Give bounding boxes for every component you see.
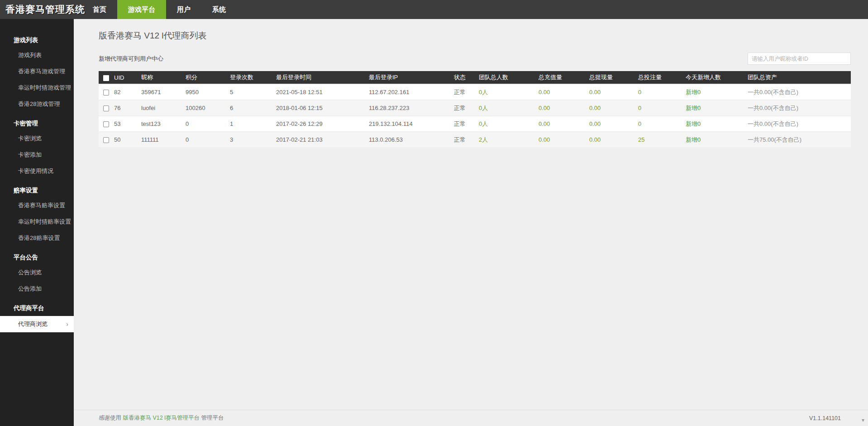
sidebar-item[interactable]: 卡密使用情况 xyxy=(0,163,74,179)
table-cell: 9950 xyxy=(186,85,230,100)
nav-item[interactable]: 用户 xyxy=(166,0,201,19)
sidebar-section: 平台公告 公告浏览公告添加 xyxy=(0,246,74,297)
select-all-checkbox[interactable] xyxy=(103,75,109,81)
table-row: 82359671995052021-05-18 12:51112.67.202.… xyxy=(99,85,851,100)
sidebar-section-title: 游戏列表 xyxy=(0,29,74,47)
table-body: 82359671995052021-05-18 12:51112.67.202.… xyxy=(99,85,851,147)
header-cell-checkbox xyxy=(99,71,114,84)
table-cell: 0.00 xyxy=(539,101,589,115)
nav-item[interactable]: 系统 xyxy=(201,0,237,19)
table-cell: 正常 xyxy=(454,132,479,147)
main-area: 版香港赛马 V12 l代理商列表 新增代理商可到用户中心 xyxy=(74,19,868,426)
sidebar-section: 代理商平台 代理商浏览› xyxy=(0,297,74,332)
table-cell: 0 xyxy=(638,101,686,115)
table-cell: 219.132.104.114 xyxy=(369,116,454,131)
table-cell: 0.00 xyxy=(589,101,638,115)
page-title: 版香港赛马 V12 l代理商列表 xyxy=(99,30,851,42)
sidebar-item[interactable]: 代理商浏览› xyxy=(0,316,74,332)
table-cell: 新增0 xyxy=(686,116,748,131)
row-checkbox[interactable] xyxy=(103,105,109,111)
row-checkbox-cell xyxy=(99,116,114,131)
row-checkbox[interactable] xyxy=(103,121,109,127)
table-cell: 113.0.206.53 xyxy=(369,132,454,147)
table-cell: 3 xyxy=(230,132,276,147)
sidebar-item[interactable]: 香港赛马赔率设置 xyxy=(0,197,74,214)
header-cell: 今天新增人数 xyxy=(686,71,748,84)
header-cell: 最后登录时间 xyxy=(276,71,369,84)
header-cell: 总投注量 xyxy=(638,71,686,84)
search-input[interactable] xyxy=(748,53,851,65)
agents-table: UID昵称积分登录次数最后登录时间最后登录IP状态团队总人数总充值量总提现量总投… xyxy=(99,70,851,148)
app-logo: 香港赛马管理系统 xyxy=(0,0,74,19)
table-cell: 0 xyxy=(186,132,230,147)
table-cell: 0.00 xyxy=(539,116,589,131)
footer-platform-link[interactable]: 版香港赛马 V12 l赛马管理平台 xyxy=(123,415,199,421)
table-cell: 0 xyxy=(638,116,686,131)
table-cell: 2017-02-21 21:03 xyxy=(276,132,369,147)
table-cell: 0.00 xyxy=(589,116,638,131)
table-row: 50111111032017-02-21 21:03113.0.206.53正常… xyxy=(99,132,851,147)
table-cell: 0.00 xyxy=(589,132,638,147)
table-cell: test123 xyxy=(141,116,186,131)
row-checkbox-cell xyxy=(99,101,114,115)
table-cell: 2人 xyxy=(479,132,539,147)
table-cell: 0人 xyxy=(479,85,539,100)
header-cell: 团队总资产 xyxy=(748,71,851,84)
table-cell: 0 xyxy=(186,116,230,131)
nav-item[interactable]: 首页 xyxy=(82,0,117,19)
sidebar-item[interactable]: 公告浏览 xyxy=(0,264,74,281)
sidebar-section: 游戏列表 游戏列表香港赛马游戏管理幸运时时猜游戏管理香港28游戏管理 xyxy=(0,29,74,112)
top-navbar: 香港赛马管理系统 首页游戏平台用户系统 xyxy=(0,0,868,19)
content: 版香港赛马 V12 l代理商列表 新增代理商可到用户中心 xyxy=(74,19,868,410)
table-cell: 新增0 xyxy=(686,132,748,147)
sidebar-item[interactable]: 香港28赔率设置 xyxy=(0,230,74,246)
sidebar-item[interactable]: 香港28游戏管理 xyxy=(0,96,74,112)
table-cell: 2017-02-26 12:29 xyxy=(276,116,369,131)
sidebar-item[interactable]: 卡密添加 xyxy=(0,147,74,163)
sidebar-item[interactable]: 幸运时时猜游戏管理 xyxy=(0,80,74,96)
table-cell: 0人 xyxy=(479,101,539,115)
header-cell: 总充值量 xyxy=(539,71,589,84)
chevron-right-icon: › xyxy=(66,321,68,328)
header-cell: 积分 xyxy=(186,71,230,84)
nav-item[interactable]: 游戏平台 xyxy=(117,0,166,19)
sidebar-item[interactable]: 游戏列表 xyxy=(0,47,74,63)
sidebar-item[interactable]: 香港赛马游戏管理 xyxy=(0,63,74,80)
table-cell: 359671 xyxy=(141,85,186,100)
sidebar-section: 赔率设置 香港赛马赔率设置幸运时时猜赔率设置香港28赔率设置 xyxy=(0,179,74,246)
row-checkbox-cell xyxy=(99,85,114,100)
sidebar-section-title: 赔率设置 xyxy=(0,179,74,197)
table-cell: 111111 xyxy=(141,132,186,147)
sidebar-section: 卡密管理 卡密浏览卡密添加卡密使用情况 xyxy=(0,112,74,179)
table-cell: 100260 xyxy=(186,101,230,115)
sidebar-section-title: 代理商平台 xyxy=(0,297,74,315)
table-cell: 0.00 xyxy=(589,85,638,100)
row-checkbox[interactable] xyxy=(103,90,109,96)
header-cell: UID xyxy=(114,71,141,84)
footer: 感谢使用 版香港赛马 V12 l赛马管理平台 管理平台 V1.1.141101 … xyxy=(74,410,868,426)
header-cell: 昵称 xyxy=(141,71,186,84)
table-cell: 112.67.202.161 xyxy=(369,85,454,100)
row-checkbox[interactable] xyxy=(103,137,109,143)
header-cell: 最后登录IP xyxy=(369,71,454,84)
top-menu: 首页游戏平台用户系统 xyxy=(82,0,237,19)
table-row: 53test123012017-02-26 12:29219.132.104.1… xyxy=(99,116,851,131)
table-cell: 116.28.237.223 xyxy=(369,101,454,115)
table-cell: 53 xyxy=(114,116,141,131)
sidebar-item[interactable]: 幸运时时猜赔率设置 xyxy=(0,214,74,230)
table-cell: 0.00 xyxy=(539,85,589,100)
table-cell: 0 xyxy=(638,85,686,100)
header-cell: 登录次数 xyxy=(230,71,276,84)
table-cell: 6 xyxy=(230,101,276,115)
table-cell: 一共75.00(不含自己) xyxy=(748,132,851,147)
table-cell: 2021-05-18 12:51 xyxy=(276,85,369,100)
agent-hint-text: 新增代理商可到用户中心 xyxy=(99,55,163,63)
sidebar-item[interactable]: 公告添加 xyxy=(0,281,74,297)
sidebar-item[interactable]: 卡密浏览 xyxy=(0,130,74,147)
table-cell: 0.00 xyxy=(539,132,589,147)
footer-version: V1.1.141101 xyxy=(809,415,841,421)
table-cell: 一共0.00(不含自己) xyxy=(748,101,851,115)
header-cell: 总提现量 xyxy=(589,71,638,84)
sidebar-section-title: 卡密管理 xyxy=(0,112,74,130)
table-cell: 2018-01-06 12:15 xyxy=(276,101,369,115)
